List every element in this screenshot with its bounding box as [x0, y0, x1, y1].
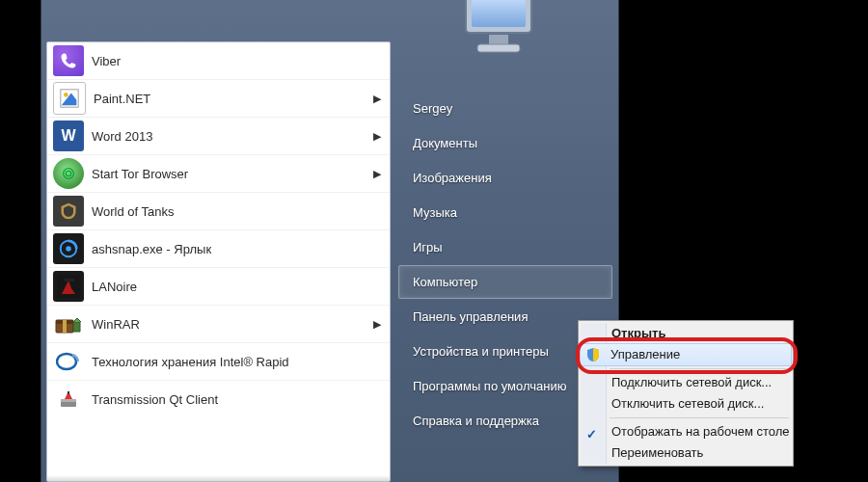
ctx-label: Открыть [611, 326, 665, 340]
places-item-games[interactable]: Игры [398, 230, 612, 264]
program-label: Transmission Qt Client [92, 392, 390, 407]
ctx-manage[interactable]: Управление [580, 343, 792, 366]
program-label: Start Tor Browser [92, 167, 370, 181]
program-item-tor[interactable]: Start Tor Browser ▶ [47, 155, 390, 193]
places-item-help[interactable]: Справка и поддержка [398, 404, 593, 438]
submenu-arrow-icon: ▶ [370, 168, 384, 180]
shield-icon [584, 346, 602, 363]
submenu-arrow-icon: ▶ [370, 93, 384, 105]
places-item-pictures[interactable]: Изображения [398, 161, 612, 195]
winrar-icon [53, 308, 84, 339]
ctx-show-on-desktop[interactable]: ✓ Отображать на рабочем столе [581, 421, 791, 442]
submenu-arrow-icon: ▶ [370, 318, 384, 331]
wot-icon [53, 196, 84, 227]
lanoire-icon [53, 271, 84, 302]
places-label: Программы по умолчанию [413, 379, 566, 393]
program-item-word[interactable]: W Word 2013 ▶ [47, 118, 390, 155]
places-item-user[interactable]: Sergey [398, 92, 612, 125]
ctx-map-network-drive[interactable]: Подключить сетевой диск... [581, 372, 791, 393]
program-label: LANoire [92, 280, 390, 294]
svg-rect-11 [65, 279, 74, 281]
svg-point-7 [66, 171, 70, 175]
ctx-disconnect-network-drive[interactable]: Отключить сетевой диск... [581, 393, 791, 415]
places-label: Изображения [413, 171, 492, 185]
intel-rapid-icon [53, 346, 84, 377]
program-label: Технология хранения Intel® Rapid [92, 355, 390, 369]
svg-rect-3 [477, 44, 520, 52]
program-item-paintnet[interactable]: Paint.NET ▶ [47, 80, 390, 118]
places-item-defaultprograms[interactable]: Программы по умолчанию [398, 369, 593, 403]
places-label: Sergey [413, 101, 452, 116]
program-item-transmission[interactable]: Transmission Qt Client [47, 381, 390, 417]
svg-rect-1 [472, 0, 526, 27]
ctx-rename[interactable]: Переименовать [581, 442, 791, 464]
submenu-arrow-icon: ▶ [370, 130, 384, 143]
svg-rect-17 [61, 399, 76, 402]
context-menu: Открыть Управление Подключить сетевой ди… [578, 320, 794, 467]
svg-point-9 [66, 246, 71, 252]
program-label: ashsnap.exe - Ярлык [92, 242, 390, 256]
ctx-open[interactable]: Открыть [581, 323, 791, 344]
places-label: Компьютер [413, 275, 477, 289]
program-label: Paint.NET [94, 92, 370, 106]
ctx-label: Отключить сетевой диск... [611, 396, 764, 411]
places-label: Игры [413, 240, 443, 254]
transmission-icon [53, 384, 84, 415]
svg-point-6 [64, 169, 74, 179]
places-label: Музыка [413, 205, 457, 220]
program-label: Viber [92, 54, 390, 68]
places-label: Устройства и принтеры [413, 344, 549, 359]
ctx-label: Подключить сетевой диск... [611, 375, 772, 389]
svg-rect-14 [63, 320, 67, 333]
program-item-viber[interactable]: Viber [47, 42, 390, 80]
places-item-computer[interactable]: Компьютер [398, 265, 612, 299]
program-item-wot[interactable]: World of Tanks [47, 193, 390, 230]
program-item-intelrapid[interactable]: Технология хранения Intel® Rapid [47, 343, 390, 381]
program-item-ashsnap[interactable]: ashsnap.exe - Ярлык [47, 230, 390, 268]
tor-icon [53, 158, 84, 189]
ctx-label: Переименовать [611, 445, 703, 460]
program-label: World of Tanks [92, 204, 390, 219]
program-item-winrar[interactable]: WinRAR ▶ [47, 306, 390, 343]
places-item-music[interactable]: Музыка [398, 196, 612, 229]
ctx-label: Отображать на рабочем столе [611, 424, 790, 439]
ashsnap-icon [53, 233, 84, 264]
user-avatar-icon [456, 0, 541, 66]
word-icon: W [53, 120, 84, 151]
start-menu: Viber Paint.NET ▶ W Word 2013 ▶ Start To… [41, 0, 619, 482]
paintnet-icon [53, 82, 86, 115]
places-label: Справка и поддержка [413, 414, 539, 428]
programs-list: Viber Paint.NET ▶ W Word 2013 ▶ Start To… [46, 41, 391, 482]
ctx-separator [610, 417, 789, 418]
svg-point-5 [64, 93, 68, 97]
places-label: Документы [413, 136, 477, 150]
places-label: Панель управления [413, 309, 528, 324]
places-item-controlpanel[interactable]: Панель управления [398, 300, 593, 334]
viber-icon [53, 45, 84, 76]
bottom-fade [47, 475, 390, 481]
ctx-separator [610, 368, 789, 369]
svg-rect-18 [68, 391, 69, 394]
places-item-devices[interactable]: Устройства и принтеры [398, 335, 593, 368]
program-label: WinRAR [92, 317, 370, 332]
ctx-label: Управление [610, 347, 680, 362]
program-label: Word 2013 [92, 129, 370, 144]
svg-rect-2 [489, 35, 508, 44]
program-item-lanoire[interactable]: LANoire [47, 268, 390, 306]
places-item-documents[interactable]: Документы [398, 126, 612, 160]
